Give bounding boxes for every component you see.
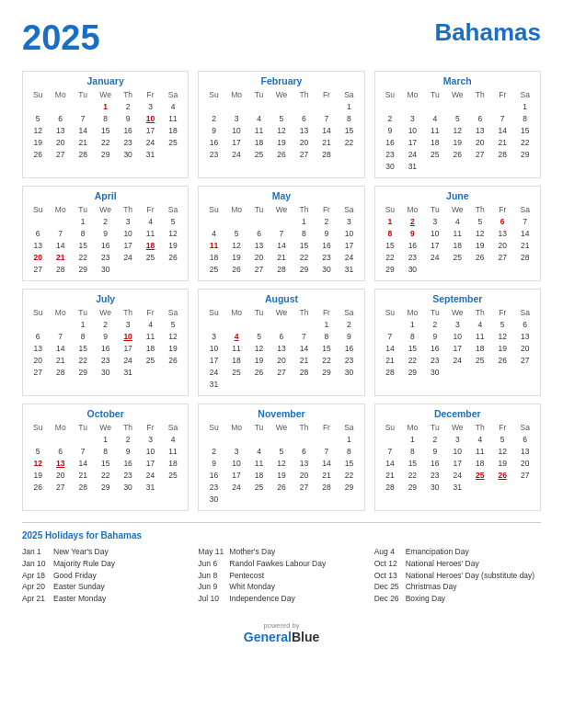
weekday-header: Mo (49, 307, 71, 318)
calendar-day: 9 (117, 112, 139, 124)
calendar-day: 25 (247, 148, 270, 160)
calendar-day (338, 493, 361, 505)
calendar-day: 16 (94, 342, 116, 354)
calendar-day: 8 (513, 112, 536, 124)
holidays-section: 2025 Holidays for Bahamas Jan 1New Year'… (22, 522, 541, 605)
calendar-day (270, 433, 293, 445)
calendar-day: 3 (446, 433, 468, 445)
calendar-day: 7 (316, 445, 338, 457)
calendar-day: 10 (338, 227, 361, 239)
calendar-day (293, 378, 315, 390)
calendar-day: 21 (293, 354, 315, 366)
weekday-header: Fr (316, 204, 338, 215)
weekday-header: Sa (513, 422, 536, 433)
calendar-day: 31 (446, 481, 468, 493)
calendar-day: 4 (139, 215, 161, 227)
month-title: June (379, 190, 536, 201)
calendar-day: 4 (139, 318, 161, 330)
calendar-day: 7 (49, 227, 71, 239)
weekday-header: Fr (139, 307, 161, 318)
calendar-day: 12 (491, 330, 513, 342)
holiday-date: Jun 6 (198, 558, 225, 570)
calendar-day: 16 (379, 136, 401, 148)
calendar-day: 27 (513, 354, 536, 366)
calendar-day (27, 215, 49, 227)
weekday-header: Su (202, 204, 224, 215)
calendar-day: 9 (94, 227, 116, 239)
calendar-day: 3 (117, 318, 139, 330)
weekday-header: We (94, 307, 116, 318)
calendar-day: 29 (94, 481, 116, 493)
calendar-day: 4 (202, 227, 224, 239)
weekday-header: Sa (338, 89, 361, 100)
calendar-day: 22 (379, 251, 401, 263)
holiday-name: Whit Monday (229, 581, 275, 593)
calendar-day: 21 (491, 136, 513, 148)
calendar-day (338, 148, 361, 160)
calendar-day: 21 (72, 469, 94, 481)
calendar-day: 7 (72, 445, 94, 457)
weekday-header: We (94, 89, 116, 100)
calendar-day: 11 (469, 330, 491, 342)
calendar-day: 20 (293, 469, 315, 481)
calendar-day: 27 (513, 469, 536, 481)
weekday-header: Tu (247, 204, 270, 215)
calendar-day: 4 (469, 433, 491, 445)
calendar-day: 24 (338, 251, 361, 263)
holiday-item: Aug 4Emancipation Day (374, 546, 541, 558)
calendar-day: 17 (117, 239, 139, 251)
calendar-day: 10 (225, 124, 247, 136)
month-february: FebruarySuMoTuWeThFrSa123456789101112131… (198, 71, 364, 178)
calendars-grid: JanuarySuMoTuWeThFrSa1234567891011121314… (22, 71, 541, 511)
calendar-day: 6 (49, 112, 71, 124)
month-title: July (27, 293, 184, 304)
calendar-day: 13 (27, 239, 49, 251)
calendar-day: 10 (139, 112, 161, 124)
calendar-day: 17 (225, 136, 247, 148)
calendar-day: 5 (247, 330, 270, 342)
calendar-day (379, 433, 401, 445)
calendar-day: 7 (72, 112, 94, 124)
calendar-day: 19 (270, 469, 293, 481)
calendar-day: 6 (293, 445, 315, 457)
weekday-header: Sa (338, 422, 361, 433)
weekday-header: We (94, 422, 116, 433)
footer: powered by GeneralBlue (22, 621, 541, 644)
weekday-header: Th (469, 204, 491, 215)
calendar-day (225, 433, 247, 445)
calendar-day: 2 (117, 100, 139, 112)
holiday-item: Apr 21Easter Monday (22, 593, 189, 605)
calendar-day: 8 (338, 112, 361, 124)
calendar-day: 6 (270, 330, 293, 342)
calendar-day: 2 (94, 318, 116, 330)
calendar-day (202, 100, 224, 112)
holiday-date: May 11 (198, 546, 225, 558)
calendar-day (469, 481, 491, 493)
weekday-header: Sa (162, 307, 185, 318)
calendar-day: 29 (72, 263, 94, 275)
weekday-header: Th (293, 307, 315, 318)
calendar-day: 25 (424, 148, 446, 160)
calendar-day: 19 (270, 136, 293, 148)
calendar-day: 28 (379, 366, 401, 378)
calendar-day (293, 433, 315, 445)
calendar-day: 4 (424, 112, 446, 124)
calendar-day: 3 (139, 100, 161, 112)
calendar-day: 21 (270, 251, 293, 263)
calendar-day: 19 (491, 457, 513, 469)
calendar-day: 14 (379, 342, 401, 354)
holiday-item: Apr 20Easter Sunday (22, 581, 189, 593)
calendar-day (469, 100, 491, 112)
calendar-day: 22 (94, 136, 116, 148)
calendar-day: 22 (338, 136, 361, 148)
calendar-day: 9 (94, 330, 116, 342)
calendar-day: 13 (293, 124, 315, 136)
calendar-day: 19 (491, 342, 513, 354)
calendar-day (424, 160, 446, 172)
weekday-header: Su (27, 89, 49, 100)
calendar-day: 22 (94, 469, 116, 481)
weekday-header: Th (293, 89, 315, 100)
calendar-day (27, 318, 49, 330)
weekday-header: Th (117, 307, 139, 318)
weekday-header: Su (27, 204, 49, 215)
